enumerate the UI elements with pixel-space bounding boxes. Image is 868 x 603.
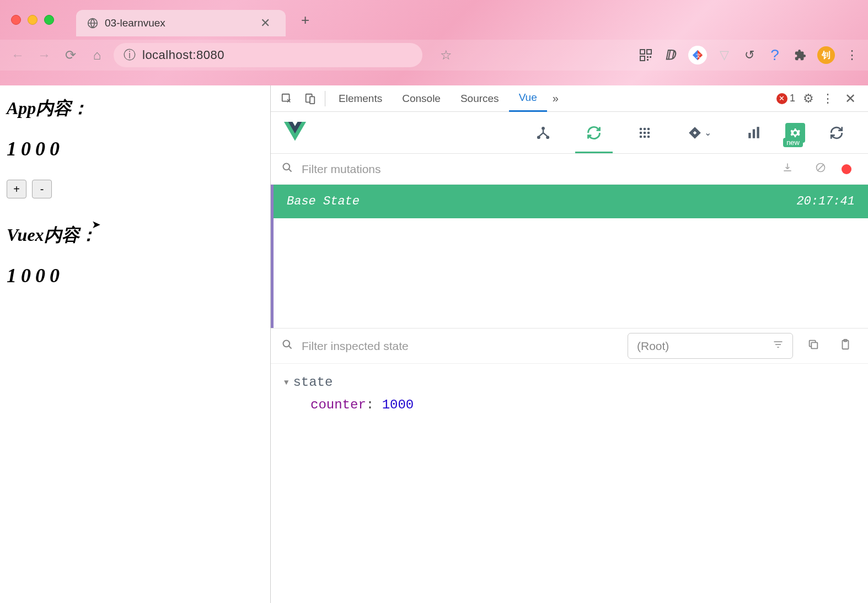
- vue-devtools-panel: ⌄ new: [271, 112, 868, 603]
- main-content: App内容： 1000 + - Vuex内容： 1000 Elements Co…: [0, 85, 868, 603]
- svg-point-16: [640, 135, 642, 138]
- window-maximize-button[interactable]: [44, 15, 54, 25]
- extensions-icon[interactable]: [792, 47, 808, 63]
- home-button[interactable]: ⌂: [87, 45, 107, 65]
- clear-icon[interactable]: [808, 162, 833, 176]
- traffic-lights: [11, 15, 54, 25]
- mutation-item[interactable]: Base State 20:17:41: [274, 185, 868, 218]
- svg-rect-29: [811, 342, 817, 348]
- svg-point-21: [640, 131, 642, 134]
- state-filter-row: (Root): [271, 329, 868, 364]
- clipboard-icon[interactable]: [834, 338, 857, 354]
- extension-icon-1[interactable]: ⅅ: [663, 47, 679, 63]
- svg-rect-4: [647, 56, 649, 58]
- svg-point-22: [647, 131, 650, 134]
- svg-point-26: [283, 164, 290, 170]
- svg-rect-6: [647, 59, 649, 61]
- more-tabs-icon[interactable]: »: [547, 92, 564, 105]
- devtools-panel: Elements Console Sources Vue » ✕ 1 ⚙ ⋮ ✕: [270, 85, 868, 603]
- bookmark-star-icon[interactable]: ☆: [440, 47, 452, 63]
- svg-rect-24: [753, 129, 755, 138]
- performance-tab-icon[interactable]: [736, 119, 772, 147]
- help-icon[interactable]: ?: [767, 47, 783, 63]
- devtools-close-icon[interactable]: ✕: [842, 91, 859, 106]
- window-minimize-button[interactable]: [28, 15, 37, 25]
- device-toggle-icon[interactable]: [298, 93, 322, 105]
- vuex-counter-value: 1000: [7, 264, 264, 287]
- extension-icon-2[interactable]: ▽: [716, 47, 732, 63]
- devtools-settings-icon[interactable]: ⚙: [803, 91, 814, 106]
- copy-icon[interactable]: [802, 338, 825, 354]
- tab-sources[interactable]: Sources: [451, 85, 509, 112]
- download-icon[interactable]: [775, 162, 800, 176]
- info-icon[interactable]: ⓘ: [124, 47, 136, 63]
- menu-icon[interactable]: ⋮: [844, 47, 860, 63]
- record-icon[interactable]: [842, 164, 851, 174]
- svg-point-19: [644, 127, 646, 130]
- browser-tab[interactable]: 03-learnvuex ✕: [76, 10, 286, 36]
- search-icon: [282, 339, 293, 353]
- svg-point-11: [542, 126, 545, 130]
- window-close-button[interactable]: [11, 15, 21, 25]
- svg-point-15: [647, 127, 650, 130]
- forward-button[interactable]: →: [34, 45, 54, 65]
- mutations-filter-row: [271, 154, 868, 185]
- svg-point-20: [644, 135, 646, 138]
- new-badge: new: [783, 138, 803, 147]
- page-viewport: App内容： 1000 + - Vuex内容： 1000: [0, 85, 270, 603]
- components-tab-icon[interactable]: [524, 119, 562, 147]
- decrement-button[interactable]: -: [32, 180, 52, 198]
- qr-icon[interactable]: [637, 47, 654, 63]
- refresh-icon[interactable]: [818, 119, 855, 147]
- devtools-tabs: Elements Console Sources Vue » ✕ 1 ⚙ ⋮ ✕: [271, 85, 868, 112]
- browser-chrome: 03-learnvuex ✕ + ← → ⟳ ⌂ ⓘ localhost:808…: [0, 0, 868, 85]
- tab-console[interactable]: Console: [392, 85, 451, 112]
- state-tree: ▼ state counter: 1000: [271, 364, 868, 423]
- filter-state-input[interactable]: [302, 340, 619, 353]
- filter-mutations-input[interactable]: [302, 163, 767, 176]
- svg-rect-10: [310, 96, 314, 104]
- inspect-element-icon[interactable]: [275, 93, 298, 105]
- tab-close-button[interactable]: ✕: [256, 15, 275, 31]
- mutation-time: 20:17:41: [796, 195, 855, 208]
- svg-rect-2: [647, 50, 651, 54]
- vue-logo-icon: [284, 122, 306, 143]
- error-badge-icon: ✕: [776, 93, 787, 104]
- root-label: (Root): [637, 340, 669, 353]
- error-indicator[interactable]: ✕ 1: [776, 93, 795, 104]
- user-avatar[interactable]: 钊: [817, 46, 835, 64]
- globe-icon: [87, 18, 98, 29]
- url-bar[interactable]: ⓘ localhost:8080: [114, 43, 422, 67]
- url-text: localhost:8080: [142, 48, 224, 62]
- state-root-label: state: [293, 375, 333, 390]
- increment-button[interactable]: +: [7, 180, 26, 198]
- svg-rect-1: [640, 50, 645, 54]
- vuex-tab-icon[interactable]: [575, 112, 613, 153]
- filter-lines-icon: [773, 339, 784, 353]
- vue-toolbar: ⌄ new: [271, 112, 868, 154]
- reload-button[interactable]: ⟳: [61, 45, 81, 65]
- tab-title: 03-learnvuex: [105, 17, 249, 29]
- tab-elements[interactable]: Elements: [329, 85, 392, 112]
- new-tab-button[interactable]: +: [294, 12, 316, 29]
- mutations-list: Base State 20:17:41: [271, 185, 868, 328]
- root-select[interactable]: (Root): [628, 333, 793, 359]
- title-bar: 03-learnvuex ✕ +: [0, 0, 868, 40]
- svg-point-18: [644, 131, 646, 134]
- chevron-down-icon: ▼: [284, 378, 288, 387]
- svg-point-17: [647, 135, 650, 138]
- vuex-heading: Vuex内容：: [7, 223, 264, 247]
- devtools-menu-icon[interactable]: ⋮: [822, 91, 834, 106]
- translate-icon[interactable]: 文: [688, 46, 707, 64]
- routing-tab-icon[interactable]: ⌄: [677, 119, 722, 147]
- state-root-key[interactable]: ▼ state: [284, 375, 855, 390]
- state-prop-value: 1000: [382, 397, 414, 412]
- svg-point-14: [640, 127, 642, 130]
- events-tab-icon[interactable]: [626, 119, 663, 147]
- tab-vue[interactable]: Vue: [509, 85, 547, 112]
- state-property[interactable]: counter: 1000: [284, 390, 855, 412]
- history-icon[interactable]: ↺: [741, 47, 758, 63]
- search-icon: [282, 162, 293, 176]
- mutation-label: Base State: [287, 195, 360, 208]
- back-button[interactable]: ←: [8, 45, 28, 65]
